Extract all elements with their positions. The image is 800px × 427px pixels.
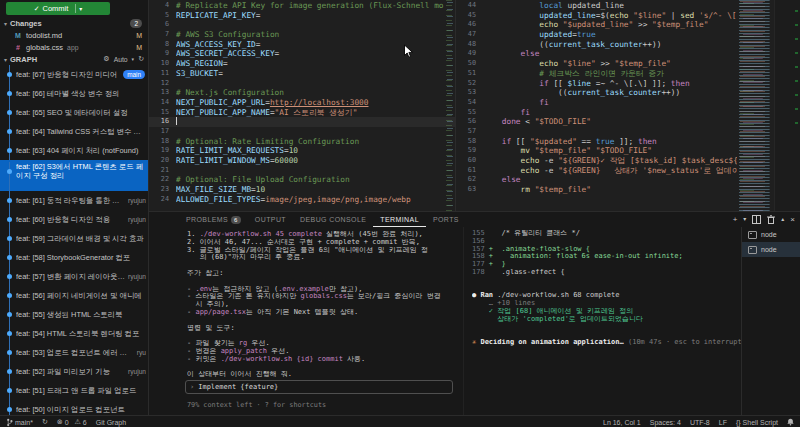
changed-file-row[interactable]: Mtodolist.mdM bbox=[0, 29, 148, 41]
editor-env-file[interactable]: 4# Replicate API Key for image generatio… bbox=[149, 0, 455, 211]
commit-dot-icon bbox=[4, 191, 16, 210]
terminal-pane-left[interactable]: 1. ./dev-workflow.sh 45 complete 실행해서 (4… bbox=[149, 227, 463, 416]
terminal-profile-dropdown-icon[interactable]: ▾ bbox=[743, 212, 746, 227]
code-line: 52 if [[ $line =~ ^- \[.\] ]]; then bbox=[456, 79, 737, 89]
encoding-setting[interactable]: UTF-8 bbox=[690, 419, 710, 426]
commit-row[interactable]: feat: [52] 파일 미리보기 기능ryujun bbox=[0, 362, 148, 381]
commit-row[interactable]: feat: [62] S3에서 HTML 콘텐츠 로드 페이지 구성 정리 bbox=[0, 160, 148, 191]
graph-auto-dropdown[interactable]: Auto bbox=[114, 56, 128, 63]
commit-author: ryujun bbox=[128, 197, 146, 204]
panel-tab-bar: PROBLEMS6OUTPUTDEBUG CONSOLETERMINALPORT… bbox=[149, 212, 800, 227]
commit-dot-icon bbox=[4, 362, 16, 381]
commit-row[interactable]: feat: [59] 그라데이션 배경 및 시각 효과 bbox=[0, 229, 148, 248]
terminal-output: 155 /* 유틸리티 클래스 */156157 + .animate-floa… bbox=[472, 230, 742, 347]
commit-row[interactable]: feat: [54] HTML 스토리북 렌더링 컴포 bbox=[0, 324, 148, 343]
terminal-instance-row[interactable]: node bbox=[742, 227, 800, 242]
branch-indicator[interactable]: main* bbox=[6, 418, 33, 427]
claude-input-box[interactable]: › Implement {feature} bbox=[185, 380, 453, 394]
commit-dot-icon bbox=[4, 400, 16, 415]
commit-button-label: Commit bbox=[43, 4, 69, 13]
code-line: 47 updated=true bbox=[456, 30, 737, 40]
panel-tab-problems[interactable]: PROBLEMS6 bbox=[179, 212, 248, 227]
trash-icon[interactable] bbox=[767, 215, 775, 224]
split-terminal-icon[interactable] bbox=[752, 215, 761, 224]
terminal-pane-right[interactable]: 155 /* 유틸리티 클래스 */156157 + .animate-floa… bbox=[463, 227, 744, 416]
changed-file-row[interactable]: #globals.cssappM bbox=[0, 41, 148, 53]
notifications-button[interactable] bbox=[787, 418, 794, 426]
problems-indicator[interactable]: ⊗ 0 ⚠ 6 bbox=[57, 418, 87, 426]
commit-message: feat: [63] 404 페이지 처리 (notFound) bbox=[16, 146, 148, 156]
code-line: 20RATE_LIMIT_WINDOW_MS=60000 bbox=[149, 156, 455, 166]
changes-section-header[interactable]: ▾ Changes 2 bbox=[0, 17, 148, 29]
terminal-instance-row[interactable]: node bbox=[742, 242, 800, 257]
terminal-line: ✳ Deciding on animation application… (10… bbox=[472, 339, 742, 347]
cursor-position[interactable]: Ln 16, Col 1 bbox=[603, 419, 641, 426]
panel-tab-output[interactable]: OUTPUT bbox=[248, 212, 293, 227]
problems-count-badge: 6 bbox=[231, 216, 241, 224]
overview-ruler bbox=[774, 0, 800, 211]
commit-message: feat: [60] 반응형 디자인 적용 bbox=[16, 215, 125, 225]
commit-row[interactable]: feat: [58] StorybookGenerator 컴포 bbox=[0, 248, 148, 267]
indentation-setting[interactable]: Spaces: 4 bbox=[650, 419, 681, 426]
branch-badge: main bbox=[123, 70, 145, 79]
gear-icon[interactable]: ⚙ bbox=[103, 55, 109, 63]
graph-section-header[interactable]: ▾ GRAPH ⚙ Auto ▾ ↻ bbox=[0, 53, 148, 65]
commit-message: feat: [51] 드래그 앤 드롭 파일 업로드 bbox=[16, 386, 148, 396]
graph-actions: ⚙ Auto ▾ ↻ bbox=[103, 55, 144, 63]
commit-dot-icon bbox=[4, 305, 16, 324]
shell-code: 44 local updated_line45 updated_line=$(e… bbox=[456, 1, 737, 195]
commit-row[interactable]: feat: [67] 반응형 디자인 미디어main bbox=[0, 65, 148, 84]
commit-message: feat: [59] 그라데이션 배경 및 시각 효과 bbox=[16, 234, 148, 244]
maximize-panel-icon[interactable]: ▴ bbox=[781, 212, 784, 227]
warning-icon: ⚠ bbox=[75, 418, 81, 426]
terminal-line: 1. ./dev-workflow.sh 45 complete 실행해서 (4… bbox=[187, 231, 457, 239]
sync-button[interactable]: ↻ bbox=[42, 418, 48, 426]
refresh-icon[interactable]: ↻ bbox=[138, 55, 144, 63]
code-line: 49 else bbox=[456, 49, 737, 59]
terminal-line: ✓ 작업 [68] 애니메이션 및 키프레임 정의 bbox=[472, 308, 742, 316]
panel-tab-ports[interactable]: PORTS bbox=[426, 212, 466, 227]
commit-row[interactable]: feat: [63] 404 페이지 처리 (notFound) bbox=[0, 141, 148, 160]
commit-author: ryujun bbox=[128, 216, 146, 223]
status-bar-left: main* ↻ ⊗ 0 ⚠ 6 Git Graph bbox=[6, 418, 126, 427]
eol-setting[interactable]: LF bbox=[719, 419, 727, 426]
git-graph-button[interactable]: Git Graph bbox=[96, 419, 126, 426]
code-line: 21 bbox=[149, 166, 455, 176]
commit-row[interactable]: feat: [66] 테마별 색상 변수 정의 bbox=[0, 84, 148, 103]
commit-row[interactable]: feat: [61] 동적 라우팅을 통한 스토리ryujun bbox=[0, 191, 148, 210]
commit-dot-icon bbox=[4, 343, 16, 362]
commit-row[interactable]: feat: [56] 페이지 네비게이션 및 애니메 bbox=[0, 286, 148, 305]
code-line: 17 bbox=[149, 127, 455, 137]
minimap[interactable] bbox=[739, 0, 775, 211]
commit-row[interactable]: feat: [50] 이미지 업로드 컴포넌트 bbox=[0, 400, 148, 415]
language-mode[interactable]: {} Shell Script bbox=[736, 419, 778, 426]
commit-row[interactable]: feat: [53] 업로드 컴포넌트 에러 표시ryu bbox=[0, 343, 148, 362]
code-line: 10AWS_REGION= bbox=[149, 59, 455, 69]
panel-tab-terminal[interactable]: TERMINAL bbox=[373, 212, 426, 227]
commit-button[interactable]: ✓ Commit ▾ bbox=[6, 2, 110, 15]
code-line: 50 echo "$line" >> "$temp_file" bbox=[456, 59, 737, 69]
code-line: 60 echo -e "${GREEN}✓ 작업 [$task_id] $tas… bbox=[456, 156, 737, 166]
source-control-sidebar: ✓ Commit ▾ ▾ Changes 2 Mtodolist.mdM#glo… bbox=[0, 0, 149, 415]
commit-dot-icon bbox=[4, 210, 16, 229]
commit-message: feat: [58] StorybookGenerator 컴포 bbox=[16, 253, 148, 263]
panel-tab-debug-console[interactable]: DEBUG CONSOLE bbox=[293, 212, 373, 227]
commit-graph-list: feat: [67] 반응형 디자인 미디어mainfeat: [66] 테마별… bbox=[0, 65, 148, 415]
minimap[interactable] bbox=[446, 0, 455, 211]
status-bar: main* ↻ ⊗ 0 ⚠ 6 Git Graph Ln 16, Col 1 S… bbox=[0, 415, 800, 427]
code-line: 13# Next.js Configuration bbox=[149, 88, 455, 98]
commit-message: feat: [66] 테마별 색상 변수 정의 bbox=[16, 89, 148, 99]
close-panel-icon[interactable]: × bbox=[790, 212, 795, 227]
commit-row[interactable]: feat: [60] 반응형 디자인 적용ryujun bbox=[0, 210, 148, 229]
vscode-window: ✓ Commit ▾ ▾ Changes 2 Mtodolist.mdM#glo… bbox=[0, 0, 800, 427]
code-line: 61 echo -e "${GREEN} 상태가 '$new_status'로 … bbox=[456, 166, 737, 176]
new-terminal-button[interactable]: + bbox=[733, 212, 738, 227]
commit-row[interactable]: feat: [65] SEO 및 메타데이터 설정 bbox=[0, 103, 148, 122]
commit-row[interactable]: feat: [64] Tailwind CSS 커스텀 변수 설정 bbox=[0, 122, 148, 141]
commit-row[interactable]: feat: [57] 변환 페이지 레이아웃 구성ryujun bbox=[0, 267, 148, 286]
commit-row[interactable]: feat: [51] 드래그 앤 드롭 파일 업로드 bbox=[0, 381, 148, 400]
changes-label: Changes bbox=[10, 19, 42, 28]
commit-row[interactable]: feat: [55] 생성된 HTML 스토리북 bbox=[0, 305, 148, 324]
editor-shell-script[interactable]: 44 local updated_line45 updated_line=$(e… bbox=[455, 0, 800, 211]
terminal-line bbox=[187, 364, 457, 372]
